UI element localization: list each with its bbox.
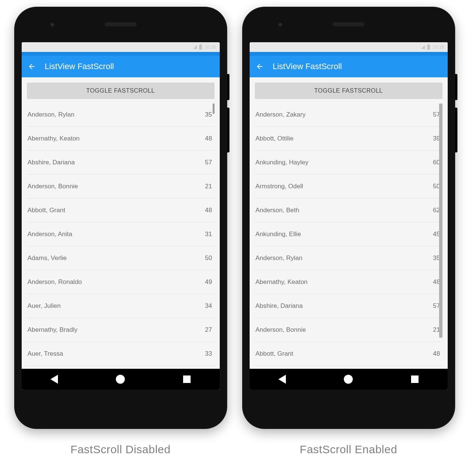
list-item-name: Abernathy, Keaton: [28, 135, 80, 142]
list-item[interactable]: Armstrong, Odell50: [255, 174, 442, 198]
content-area: TOGGLE FASTSCROLL Anderson, Rylan35Abern…: [22, 77, 220, 369]
list-item-value: 49: [205, 278, 212, 286]
list-item-value: 48: [205, 135, 212, 142]
status-bar: 10:19: [250, 42, 448, 52]
list-item-value: 57: [205, 159, 212, 166]
back-arrow-icon[interactable]: [256, 62, 264, 71]
list-item-value: 50: [205, 254, 212, 262]
list-item-name: Abbott, Ottilie: [256, 135, 294, 142]
list-item-value: 35: [205, 111, 212, 118]
list-item-name: Anderson, Rylan: [28, 111, 75, 118]
list-item-value: 31: [205, 231, 212, 238]
list-item-name: Anderson, Ronaldo: [28, 278, 82, 286]
back-arrow-icon[interactable]: [28, 62, 36, 71]
screen: 10:19 ListView FastScroll TOGGLE FASTSCR…: [250, 42, 448, 390]
list-item-name: Abernathy, Bradly: [28, 326, 78, 334]
app-bar: ListView FastScroll: [250, 56, 448, 77]
list-item[interactable]: Anderson, Bonnie21: [27, 174, 215, 198]
list-item[interactable]: Ankunding, Hayley60: [255, 151, 442, 174]
nav-back-icon[interactable]: [50, 375, 58, 384]
phone-right: 10:19 ListView FastScroll TOGGLE FASTSCR…: [242, 7, 455, 456]
list-item[interactable]: Anderson, Bonnie21: [255, 318, 442, 342]
list-item[interactable]: Ankunding, Ellie45: [255, 222, 442, 246]
battery-icon: [427, 45, 430, 50]
nav-back-icon[interactable]: [278, 375, 286, 384]
signal-icon: [421, 45, 425, 49]
list-item-name: Abbott, Grant: [28, 207, 65, 214]
list-item[interactable]: Auer, Julien34: [27, 294, 215, 318]
list-item-name: Anderson, Zakary: [256, 111, 306, 118]
list-item[interactable]: Auer, Tressa33: [27, 342, 215, 366]
nav-home-icon[interactable]: [344, 375, 353, 384]
battery-icon: [199, 45, 202, 50]
list-item[interactable]: Adams, Verlie50: [27, 246, 215, 270]
list-item-name: Anderson, Bonnie: [28, 183, 78, 190]
device-frame: 10:20 ListView FastScroll TOGGLE FASTSCR…: [14, 7, 227, 429]
device-frame: 10:19 ListView FastScroll TOGGLE FASTSCR…: [242, 7, 455, 429]
list-item-name: Anderson, Rylan: [256, 254, 303, 262]
list-item-name: Adams, Verlie: [28, 254, 67, 262]
toggle-fastscroll-button[interactable]: TOGGLE FASTSCROLL: [255, 83, 442, 99]
caption-right: FastScroll Enabled: [300, 443, 397, 456]
app-bar: ListView FastScroll: [22, 56, 220, 77]
list-item-name: Abbott, Grant: [256, 350, 293, 358]
nav-home-icon[interactable]: [116, 375, 125, 384]
status-bar: 10:20: [22, 42, 220, 52]
fastscroll-thumb[interactable]: [439, 103, 442, 338]
power-button: [227, 74, 229, 100]
status-time: 10:20: [204, 44, 216, 50]
list-item[interactable]: Abernathy, Keaton48: [255, 270, 442, 294]
list-item-name: Ankunding, Hayley: [256, 159, 309, 166]
list-item[interactable]: Anderson, Anita31: [27, 222, 215, 246]
list-item-name: Abshire, Dariana: [28, 159, 75, 166]
list-item-name: Auer, Julien: [28, 302, 61, 310]
list-item[interactable]: Abshire, Dariana57: [27, 151, 215, 174]
list-item[interactable]: Abernathy, Keaton48: [27, 127, 215, 151]
list-item-name: Armstrong, Odell: [256, 183, 303, 190]
list-item[interactable]: Anderson, Zakary57: [255, 103, 442, 127]
list-item[interactable]: Anderson, Beth62: [255, 198, 442, 222]
volume-button: [455, 108, 457, 152]
list-item[interactable]: Abshire, Dariana57: [255, 294, 442, 318]
content-area: TOGGLE FASTSCROLL Anderson, Zakary57Abbo…: [250, 77, 448, 369]
list-item-value: 33: [205, 350, 212, 358]
status-time: 10:19: [432, 44, 444, 50]
screen: 10:20 ListView FastScroll TOGGLE FASTSCR…: [22, 42, 220, 390]
signal-icon: [193, 45, 197, 49]
app-title: ListView FastScroll: [45, 62, 114, 71]
appbar-shade: [250, 52, 448, 56]
list-item[interactable]: Anderson, Rylan35: [27, 103, 215, 127]
android-nav-bar: [250, 369, 448, 390]
android-nav-bar: [22, 369, 220, 390]
list-item[interactable]: Anderson, Ronaldo49: [27, 270, 215, 294]
caption-left: FastScroll Disabled: [71, 443, 171, 456]
list-item-value: 27: [205, 326, 212, 334]
nav-recents-icon[interactable]: [411, 375, 419, 383]
nav-recents-icon[interactable]: [183, 375, 191, 383]
list-item-value: 21: [205, 183, 212, 190]
list-item[interactable]: Abbott, Ottilie39: [255, 127, 442, 151]
appbar-shade: [22, 52, 220, 56]
list-item[interactable]: Anderson, Rylan35: [255, 246, 442, 270]
list-item[interactable]: Abbott, Grant48: [27, 198, 215, 222]
list-item-name: Anderson, Anita: [28, 231, 72, 238]
speaker-grill: [104, 22, 138, 27]
toggle-fastscroll-button[interactable]: TOGGLE FASTSCROLL: [27, 83, 215, 99]
list-item[interactable]: Abbott, Grant48: [255, 342, 442, 366]
speaker-grill: [332, 22, 365, 27]
scrollbar-thumb[interactable]: [213, 103, 215, 114]
list-item-value: 48: [205, 207, 212, 214]
list-item-name: Ankunding, Ellie: [256, 231, 301, 238]
list-item-name: Anderson, Bonnie: [256, 326, 306, 334]
app-title: ListView FastScroll: [273, 62, 342, 71]
list-item[interactable]: Abernathy, Bradly27: [27, 318, 215, 342]
list-item-name: Abernathy, Keaton: [256, 278, 308, 286]
list-item-name: Auer, Tressa: [28, 350, 63, 358]
list-item-value: 34: [205, 302, 212, 310]
list-view[interactable]: Anderson, Zakary57Abbott, Ottilie39Ankun…: [255, 103, 442, 369]
power-button: [455, 74, 457, 100]
volume-button: [227, 108, 229, 152]
list-item-name: Abshire, Dariana: [256, 302, 303, 310]
list-view[interactable]: Anderson, Rylan35Abernathy, Keaton48Absh…: [27, 103, 215, 369]
phone-left: 10:20 ListView FastScroll TOGGLE FASTSCR…: [14, 7, 227, 456]
